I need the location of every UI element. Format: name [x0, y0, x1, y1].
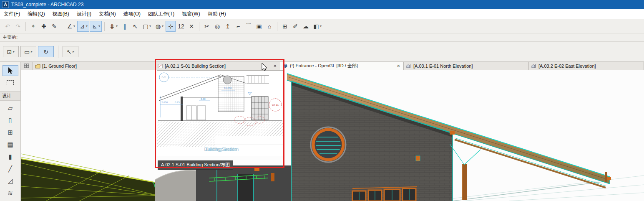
- tab-label: (!) Entrance - OpenGL [3D / 全部]: [290, 63, 358, 69]
- tab-label: [1. Ground Floor]: [42, 64, 77, 69]
- tab-close-icon[interactable]: ×: [396, 63, 401, 69]
- fillet-button[interactable]: ⌒: [244, 21, 254, 32]
- stretch-button[interactable]: ◎: [212, 21, 222, 32]
- quad-view-button[interactable]: [21, 62, 33, 70]
- 3d-viewport[interactable]: [21, 70, 644, 201]
- elevate-button[interactable]: ↥: [223, 21, 233, 32]
- toolbar-separator: [58, 46, 58, 58]
- main-toolbar: ↶↷⌖✚✎∠▾⊿▾⊾▾⋕▾∥↖▢▾◍▾⊹12✕✂◎↥⌐⌒▣⌂⊞✐☁◧▾: [0, 19, 644, 33]
- dropdown-arrow-icon[interactable]: ▾: [116, 24, 118, 28]
- undo-button[interactable]: ↶: [3, 21, 13, 32]
- roof-tool[interactable]: ◿: [3, 176, 18, 186]
- marquee-area-button[interactable]: ▢▾: [141, 21, 153, 32]
- dropdown-arrow-icon[interactable]: ▾: [98, 24, 100, 28]
- dropdown-arrow-icon[interactable]: ▾: [320, 24, 322, 28]
- tab-building-section[interactable]: [A.02.1 S-01 Building Section] ×: [155, 62, 280, 70]
- wall-tool[interactable]: ▱: [3, 103, 18, 114]
- inject-parameters-button[interactable]: ✚: [39, 21, 49, 32]
- curtain-wall-tool[interactable]: ▤: [3, 139, 18, 150]
- beam-tool-icon: ╱: [8, 165, 12, 173]
- redo-button[interactable]: ↷: [13, 21, 23, 32]
- pick-up-parameters-icon: ⌖: [30, 23, 37, 30]
- guide-line-circle-button[interactable]: ⊾▾: [90, 21, 102, 32]
- app-icon: A: [2, 1, 9, 8]
- elevation-icon: [406, 64, 412, 69]
- gravity-button[interactable]: ◍▾: [153, 21, 165, 32]
- menu-item-4[interactable]: 设计(I): [73, 10, 95, 18]
- dropdown-arrow-icon[interactable]: ▾: [86, 24, 88, 28]
- svg-text:0.25: 0.25: [175, 101, 180, 104]
- coordinate-tracker-button[interactable]: ⊹: [166, 21, 176, 32]
- render-button[interactable]: ◧▾: [311, 21, 323, 32]
- guide-line-circle-icon: ⊾: [91, 23, 98, 30]
- tab-ground-floor[interactable]: [1. Ground Floor]: [33, 62, 155, 70]
- roof-tool-icon: ◿: [8, 177, 13, 185]
- tab-north-elevation[interactable]: [A.03.1 E-01 North Elevation]: [404, 62, 529, 70]
- menu-item-1[interactable]: 文件(F): [0, 10, 24, 18]
- wall-lamp: [416, 156, 420, 161]
- column-tool[interactable]: ▮: [3, 151, 18, 162]
- door-tool[interactable]: ▯: [3, 115, 18, 126]
- marquee-mode-icon: ▭: [24, 48, 30, 55]
- edit-parameters-button[interactable]: ✎: [49, 21, 59, 32]
- menu-item-3[interactable]: 视图(B): [49, 10, 73, 18]
- corner-button[interactable]: ⌐: [233, 21, 243, 32]
- beam-tool[interactable]: ╱: [3, 163, 18, 174]
- edit-parameters-icon: ✎: [51, 23, 58, 30]
- revision-cloud-button[interactable]: ☁: [301, 21, 311, 32]
- split-button[interactable]: ✂: [202, 21, 212, 32]
- home-story-button[interactable]: ⌂: [264, 21, 274, 32]
- cancel-button[interactable]: ✕: [186, 21, 196, 32]
- dropdown-arrow-icon[interactable]: ▾: [162, 24, 164, 28]
- home-story-icon: ⌂: [266, 23, 273, 30]
- window-tool[interactable]: ⊞: [3, 127, 18, 138]
- dropdown-arrow-icon[interactable]: ▾: [149, 24, 151, 28]
- split-icon: ✂: [204, 23, 210, 30]
- menu-item-2[interactable]: 编辑(Q): [24, 10, 48, 18]
- tab-close-icon[interactable]: ×: [272, 63, 277, 69]
- menu-item-7[interactable]: 团队工作(T): [144, 10, 178, 18]
- snap-cursor-button[interactable]: ↖: [130, 21, 140, 32]
- stretch-box-button[interactable]: ▣: [254, 21, 264, 32]
- work-area: [1. Ground Floor] [A.02.1 S-01 Building …: [21, 62, 644, 201]
- marquee-area-icon: ▢: [142, 23, 149, 30]
- marquee-mode-button[interactable]: ▭▸: [20, 46, 36, 57]
- annotate-button[interactable]: ✐: [290, 21, 300, 32]
- duct-circle: [223, 76, 231, 84]
- arrow-select-tool[interactable]: [3, 65, 18, 76]
- arrow-tool-button[interactable]: ↖▸: [63, 46, 78, 57]
- grid-system-button[interactable]: ⊞: [280, 21, 290, 32]
- marquee-select-tool[interactable]: [3, 77, 18, 88]
- primary-toolbar-label: 主要的:: [3, 34, 18, 41]
- tab-east-elevation[interactable]: [A.03.2 E-02 East Elevation]: [529, 62, 644, 70]
- svg-text:6.00: 6.00: [201, 98, 206, 100]
- orbit-mode-button[interactable]: ↻: [38, 46, 54, 57]
- drag-mode-button[interactable]: ⊡▸: [3, 46, 19, 57]
- measure-button[interactable]: ∠▾: [65, 21, 77, 32]
- menu-item-8[interactable]: 视窗(W): [178, 10, 204, 18]
- menu-bar: 文件(F)编辑(Q)视图(B)设计(I)文档(N)选项(O)团队工作(T)视窗(…: [0, 9, 644, 19]
- snap-cursor-icon: ↖: [132, 23, 138, 30]
- column-tool-icon: ▮: [8, 153, 12, 160]
- cut-wall-left: [181, 97, 183, 121]
- menu-item-5[interactable]: 文档(N): [95, 10, 120, 18]
- round-window: [311, 127, 346, 162]
- curtain-wall-tool-icon: ▤: [7, 141, 13, 148]
- toolbar-separator: [25, 22, 26, 31]
- pick-up-parameters-button[interactable]: ⌖: [28, 21, 38, 32]
- editing-plane-button[interactable]: ∥: [120, 21, 130, 32]
- toolbar-separator: [199, 22, 199, 31]
- snap-grid-button[interactable]: ⋕▾: [107, 21, 119, 32]
- dropdown-arrow-icon[interactable]: ▾: [73, 24, 75, 28]
- auto-dimension-button[interactable]: 12: [176, 21, 186, 32]
- menu-item-6[interactable]: 选项(O): [120, 10, 144, 18]
- section-icon: [158, 64, 163, 69]
- guide-line-segment-button[interactable]: ⊿▾: [77, 21, 89, 32]
- stair-tool[interactable]: ≋: [3, 188, 18, 198]
- flyout-arrow-icon: ▸: [31, 50, 33, 53]
- tab-entrance-3d[interactable]: (!) Entrance - OpenGL [3D / 全部] ×: [280, 62, 404, 70]
- flyout-arrow-icon: ▸: [73, 50, 74, 53]
- menu-item-9[interactable]: 帮助 (H): [204, 10, 230, 18]
- tab-preview-popup[interactable]: Ch-01 D-01 2.650 0.25 6.00 16.000: [157, 70, 284, 156]
- undo-icon: ↶: [4, 23, 11, 30]
